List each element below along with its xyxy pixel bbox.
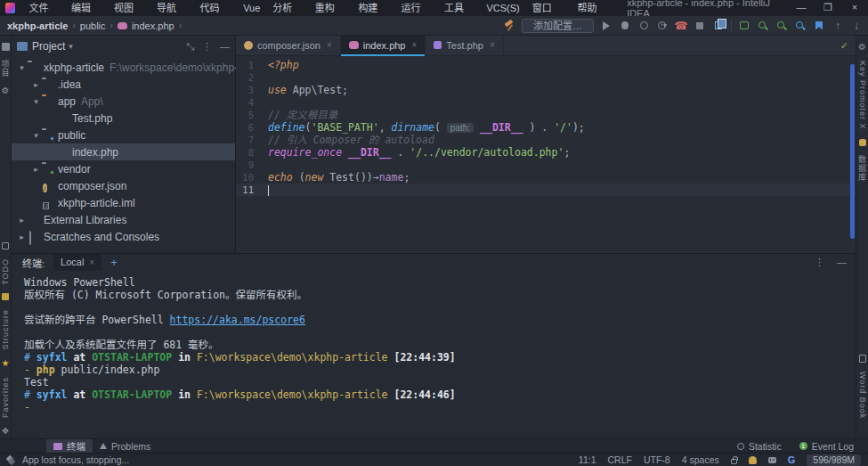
menu-item-12[interactable]: VCS(S): [480, 0, 525, 16]
breadcrumb-item-1[interactable]: xkphp-article: [5, 20, 69, 31]
menu-item-11[interactable]: 工具(T): [438, 0, 480, 16]
hide-panel-icon[interactable]: —: [220, 41, 230, 52]
breadcrumb-item-2[interactable]: public: [78, 20, 108, 31]
project-stripe-icon[interactable]: [2, 43, 10, 51]
gear-icon[interactable]: ⚙: [2, 86, 10, 95]
statistic-bar-button[interactable]: Statistic: [730, 439, 789, 454]
chevron-down-icon[interactable]: ▾: [69, 42, 73, 51]
memory-indicator[interactable]: 596/989M: [807, 454, 861, 466]
indent-widget[interactable]: 4 spaces: [682, 454, 719, 465]
encoding-widget[interactable]: UTF-8: [644, 454, 670, 465]
lock-icon[interactable]: [731, 459, 737, 464]
tree-row-public[interactable]: ▾public: [12, 127, 235, 143]
run-configuration-combo[interactable]: 添加配置…: [522, 19, 594, 33]
more-options-icon[interactable]: ⋮: [202, 41, 212, 53]
editor-tab-index.php[interactable]: index.php×: [341, 35, 426, 55]
menu-item-1[interactable]: 文件(F): [22, 0, 64, 16]
stripe-item-structure[interactable]: Structure: [1, 309, 10, 350]
tree-row-xkphp-article.iml[interactable]: IJxkphp-article.iml: [12, 194, 235, 211]
chevron-icon[interactable]: ▾: [31, 97, 41, 106]
close-icon[interactable]: ×: [327, 40, 332, 50]
terminal-output[interactable]: Windows PowerShell版权所有 (C) Microsoft Cor…: [12, 271, 856, 438]
breadcrumb-item-3[interactable]: index.php: [130, 20, 176, 31]
menu-item-5[interactable]: 代码(C): [194, 0, 238, 16]
new-terminal-icon[interactable]: +: [110, 256, 118, 269]
arrow-down-icon[interactable]: ↓: [850, 20, 863, 32]
event-log-bar-button[interactable]: 1 Event Log: [792, 439, 861, 454]
build-hammer-icon[interactable]: [503, 20, 515, 32]
menu-item-9[interactable]: 构建(B): [352, 0, 394, 16]
bookmark-icon[interactable]: [813, 20, 825, 32]
menu-item-6[interactable]: Vue: [237, 0, 266, 16]
plugin-box-icon[interactable]: [738, 20, 750, 32]
tree-row-.idea[interactable]: ▸.idea: [12, 76, 235, 93]
translation-robot-icon[interactable]: [768, 457, 776, 463]
replace-green-icon[interactable]: [775, 20, 788, 32]
terminal-bar-button[interactable]: 终端: [46, 439, 93, 454]
stripe-item-0[interactable]: Key Promoter X: [858, 61, 867, 130]
tree-row-composer.json[interactable]: ♪composer.json: [12, 177, 235, 194]
attach-phone-icon[interactable]: ☎: [675, 20, 687, 32]
tree-row-External Libraries[interactable]: ▸External Libraries: [12, 211, 235, 228]
collapse-all-icon[interactable]: ⤡: [186, 41, 194, 53]
minimize-button[interactable]: —: [788, 0, 815, 16]
menu-item-13[interactable]: 窗口(W): [526, 0, 572, 16]
code-editor[interactable]: 1<?php23use App\Test;45// 定义根目录6define('…: [236, 56, 856, 253]
line-separator-widget[interactable]: CRLF: [608, 454, 632, 465]
chevron-icon[interactable]: ▸: [17, 216, 27, 225]
code-token: .: [541, 121, 554, 134]
stripe-item-todo[interactable]: TODO: [1, 258, 10, 285]
tree-row-xkphp-article[interactable]: ▾xkphp-articleF:\workspace\demo\xkphp-ar…: [12, 59, 235, 76]
google-translate-icon[interactable]: G: [788, 454, 796, 465]
editor-tab-composer.json[interactable]: composer.json×: [236, 35, 341, 55]
close-icon[interactable]: ×: [490, 40, 495, 50]
caret-position-widget[interactable]: 11:1: [579, 454, 596, 465]
menu-item-3[interactable]: 视图(V): [108, 0, 150, 16]
tree-row-Test.php[interactable]: Test.php: [12, 110, 235, 127]
debug-icon[interactable]: [619, 20, 631, 32]
tool-window-switcher-icon[interactable]: [7, 456, 15, 464]
tree-row-index.php[interactable]: index.php: [12, 143, 235, 160]
close-icon[interactable]: ×: [412, 40, 418, 50]
stripe-item-favorites[interactable]: Favorites: [1, 377, 10, 418]
maximize-button[interactable]: ❐: [815, 0, 841, 16]
chevron-icon[interactable]: ▾: [31, 131, 41, 140]
terminal-options-icon[interactable]: ⋮: [815, 257, 824, 268]
stripe-item-wordbook[interactable]: Word Book: [858, 372, 867, 419]
chevron-icon[interactable]: ▸: [31, 80, 41, 89]
coverage-icon[interactable]: [637, 20, 650, 32]
close-button[interactable]: ×: [841, 0, 868, 16]
terminal-tab-local[interactable]: Local ×: [53, 254, 101, 271]
tree-row-Scratches and Consoles[interactable]: ▸Scratches and Consoles: [12, 228, 235, 245]
stop-icon[interactable]: [694, 20, 706, 32]
tree-row-app[interactable]: ▾appApp\: [12, 93, 235, 110]
profiler-icon[interactable]: ▾: [656, 20, 669, 32]
terminal-minimize-icon[interactable]: —: [837, 257, 847, 268]
chevron-icon[interactable]: ▸: [31, 165, 41, 174]
chevron-icon[interactable]: ▾: [17, 63, 27, 72]
menu-item-7[interactable]: 分析(Z): [266, 0, 308, 16]
find-blue-icon[interactable]: [794, 20, 807, 32]
chevron-icon[interactable]: ▸: [17, 233, 27, 241]
problems-bar-button[interactable]: Problems: [93, 439, 158, 454]
menu-item-4[interactable]: 导航(N): [150, 0, 194, 16]
arrow-up-icon[interactable]: ↑: [831, 20, 844, 32]
inspections-ok-icon[interactable]: ✓: [840, 40, 848, 52]
stripe-project-label[interactable]: 项目: [0, 60, 12, 78]
project-panel-title[interactable]: Project: [32, 40, 65, 53]
menu-item-10[interactable]: 运行(U): [394, 0, 438, 16]
close-icon[interactable]: ×: [89, 258, 94, 267]
menu-item-14[interactable]: 帮助(H): [572, 0, 615, 16]
run-icon[interactable]: [600, 20, 612, 32]
tree-row-vendor[interactable]: ▸vendor: [12, 160, 235, 177]
copy-icon[interactable]: [712, 20, 725, 32]
editor-scrollbar[interactable]: [850, 64, 855, 239]
editor-tab-Test.php[interactable]: Test.php×: [426, 35, 503, 55]
find-green-icon[interactable]: [757, 20, 769, 32]
stripe-item-1[interactable]: 数据库: [856, 155, 868, 182]
menu-item-2[interactable]: 编辑(E): [65, 0, 108, 16]
terminal-link[interactable]: https://aka.ms/pscore6: [170, 314, 305, 326]
menu-item-8[interactable]: 重构(R): [309, 0, 353, 16]
tool-window-switcher-icon[interactable]: ❖: [2, 427, 10, 436]
notification-bell-icon[interactable]: [749, 456, 757, 464]
